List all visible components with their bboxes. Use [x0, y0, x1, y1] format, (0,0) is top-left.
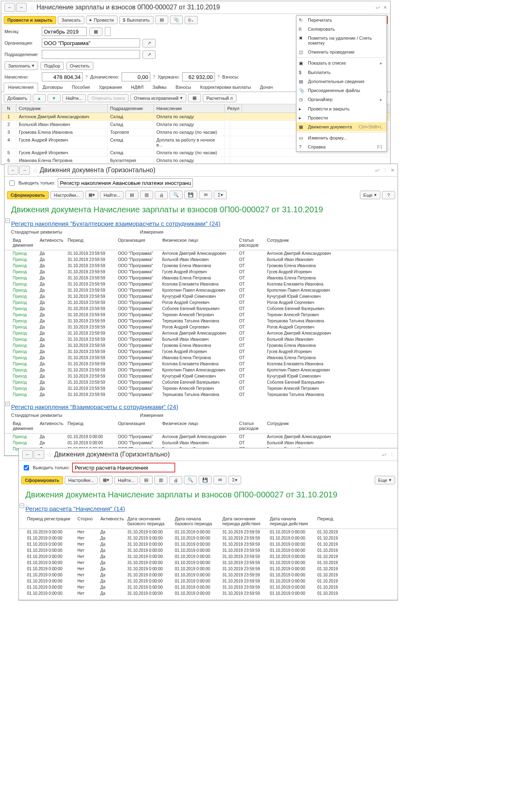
tab[interactable]: Взносы — [171, 83, 196, 92]
report-row[interactable]: 01.10.2019 0:00:00НетДа31.10.2019 0:00:0… — [19, 535, 398, 541]
report-row[interactable]: ПриходДа31.10.2019 23:59:59ООО "Программ… — [5, 250, 398, 256]
find-button[interactable]: Найти... — [114, 476, 138, 484]
accrued-value[interactable] — [42, 72, 83, 81]
report-row[interactable]: 01.10.2019 0:00:00НетДа31.10.2019 0:00:0… — [19, 529, 398, 535]
menu-item[interactable]: ?СправкаF1 — [296, 142, 387, 151]
filter-input[interactable] — [72, 463, 175, 472]
expand-button[interactable]: ▤ — [125, 191, 138, 199]
report-row[interactable]: ПриходДа31.10.2019 23:59:59ООО "Программ… — [5, 324, 398, 330]
collapse-button[interactable]: ▥ — [140, 191, 153, 199]
help-button[interactable]: ? — [382, 191, 395, 199]
link-icon[interactable]: ⮐ — [375, 168, 380, 173]
menu-item[interactable]: ▣Показать в списке▸ — [296, 58, 387, 68]
tree-toggle[interactable]: − — [20, 504, 24, 508]
payslip-button[interactable]: Расчетный л — [203, 94, 237, 102]
mail-button[interactable]: ✉ — [213, 476, 226, 484]
col-result[interactable]: Резул — [225, 104, 242, 112]
preview-button[interactable]: 🔍 — [170, 191, 183, 199]
menu-item[interactable]: ✖Пометить на удаление / Снять пометку — [296, 34, 387, 47]
report-row[interactable]: ПриходДа31.10.2019 23:59:59ООО "Программ… — [5, 336, 398, 342]
help-icon[interactable]: ? — [217, 74, 220, 79]
tree-toggle[interactable]: − — [5, 402, 10, 406]
menu-item[interactable]: ▸Провести — [296, 113, 387, 122]
menu-icon[interactable]: ⋮ — [383, 168, 387, 173]
favorite-icon[interactable]: ☆ — [29, 4, 35, 11]
report-row[interactable]: ПриходДа31.10.2019 23:59:59ООО "Программ… — [5, 263, 398, 269]
favorite-icon[interactable]: ☆ — [47, 451, 52, 459]
close-icon[interactable]: ✕ — [391, 168, 394, 173]
report-row[interactable]: ПриходДа31.10.2019 23:59:59ООО "Программ… — [5, 367, 398, 373]
menu-item[interactable]: ▸Провести и закрыть — [296, 104, 387, 113]
more-button[interactable]: Еще ▾ — [360, 191, 380, 199]
report-row[interactable]: ПриходДа31.10.2019 23:59:59ООО "Программ… — [5, 330, 398, 336]
report-row[interactable]: ПриходДа31.10.2019 23:59:59ООО "Программ… — [5, 269, 398, 275]
link-icon[interactable]: ⮐ — [375, 5, 380, 10]
report-row[interactable]: 01.10.2019 0:00:00НетДа31.10.2019 0:00:0… — [19, 578, 398, 584]
fill-button[interactable]: Заполнить ▾ — [5, 61, 38, 70]
generate-button[interactable]: Сформировать — [7, 191, 49, 199]
report-row[interactable]: ПриходДа31.10.2019 23:59:59ООО "Программ… — [5, 256, 398, 263]
help-icon[interactable]: ? — [85, 74, 88, 79]
tab[interactable]: Начисления — [4, 83, 38, 92]
find-button[interactable]: Найти... — [62, 94, 86, 102]
report-row[interactable]: ПриходДа31.10.2019 23:59:59ООО "Программ… — [5, 287, 398, 293]
close-icon[interactable]: ✕ — [383, 5, 387, 10]
report-row[interactable]: ПриходДа31.10.2019 23:59:59ООО "Программ… — [5, 379, 398, 385]
col-accrual[interactable]: Начисление — [154, 104, 225, 112]
write-button[interactable]: Записать — [58, 16, 84, 24]
back-button[interactable]: ← — [5, 3, 15, 12]
cancel-find-button[interactable]: Отменить поиск — [88, 94, 129, 102]
menu-item[interactable]: ◫Отменить проведение — [296, 47, 387, 56]
pay-button[interactable]: $Выплатить — [119, 16, 154, 24]
tab[interactable]: Удержания — [95, 83, 127, 92]
report-row[interactable]: ПриходДа31.10.2019 23:59:59ООО "Программ… — [5, 385, 398, 391]
report-row[interactable]: ПриходДа31.10.2019 23:59:59ООО "Программ… — [5, 355, 398, 361]
filter-input[interactable] — [58, 178, 193, 187]
generate-button[interactable]: Сформировать — [21, 476, 63, 484]
attach-button[interactable]: 📎 — [170, 16, 183, 24]
report-row[interactable]: 01.10.2019 0:00:00НетДа31.10.2019 0:00:0… — [19, 547, 398, 553]
more-button[interactable]: Еще ▾ — [375, 476, 395, 484]
menu-item[interactable]: ▭Изменить форму... — [296, 133, 387, 142]
month-input[interactable] — [42, 27, 87, 36]
report-row[interactable]: ПриходДа31.10.2019 23:59:59ООО "Программ… — [5, 293, 398, 299]
register-link-2[interactable]: Регистр накопления "Взаиморасчеты с сотр… — [5, 402, 398, 412]
settings-button[interactable]: Настройки... — [50, 191, 84, 199]
report-row[interactable]: 01.10.2019 0:00:00НетДа31.10.2019 0:00:0… — [19, 541, 398, 547]
tab[interactable]: Донач — [255, 83, 277, 92]
print-button[interactable]: 🖨 — [155, 191, 168, 199]
filter-checkbox[interactable] — [24, 465, 29, 470]
report-row[interactable]: ПриходДа31.10.2019 23:59:59ООО "Программ… — [5, 299, 398, 306]
settings-button[interactable]: Настройки... — [65, 476, 98, 484]
forward-button[interactable]: → — [16, 3, 27, 12]
grid-button[interactable]: ▦ — [188, 94, 201, 102]
mail-button[interactable]: ✉ — [199, 191, 212, 199]
report-row[interactable]: ПриходДа31.10.2019 23:59:59ООО "Программ… — [5, 281, 398, 287]
report-button[interactable]: ▤ — [155, 16, 168, 24]
find-button[interactable]: Найти... — [100, 191, 124, 199]
dept-input[interactable] — [42, 50, 140, 59]
move-down-button[interactable]: ▼ — [47, 94, 61, 102]
sum-button[interactable]: Σ▾ — [228, 476, 241, 484]
report-row[interactable]: ПриходДа01.10.2019 0:00:00ООО "Программа… — [5, 440, 398, 446]
report-row[interactable]: 01.10.2019 0:00:00НетДа31.10.2019 0:00:0… — [19, 553, 398, 560]
forward-button[interactable]: → — [34, 450, 44, 459]
filter-checkbox[interactable] — [9, 180, 15, 186]
report-row[interactable]: ПриходДа31.10.2019 23:59:59ООО "Программ… — [5, 275, 398, 281]
org-input[interactable] — [42, 38, 140, 47]
menu-item[interactable]: ▤Дополнительные сведения — [296, 77, 387, 86]
report-row[interactable]: 01.10.2019 0:00:00НетДа31.10.2019 0:00:0… — [19, 584, 398, 590]
copy-button[interactable]: ⎘▾ — [185, 16, 198, 24]
favorite-icon[interactable]: ☆ — [32, 166, 38, 174]
print-button[interactable]: 🖨 — [169, 476, 182, 484]
save-button[interactable]: 💾 — [199, 476, 212, 484]
month-spinner[interactable] — [105, 27, 111, 36]
report-row[interactable]: 01.10.2019 0:00:00НетДа31.10.2019 0:00:0… — [19, 572, 398, 578]
move-up-button[interactable]: ▲ — [33, 94, 46, 102]
tab[interactable]: Корректировки выплаты — [196, 83, 255, 92]
variants-button[interactable]: ▦▾ — [99, 476, 113, 484]
clear-button[interactable]: Очистить — [66, 62, 93, 70]
register-link-1[interactable]: Регистр накопления "Бухгалтерские взаимо… — [5, 218, 398, 229]
deducted-value[interactable] — [182, 72, 215, 81]
menu-icon[interactable]: ⋮ — [390, 452, 394, 457]
